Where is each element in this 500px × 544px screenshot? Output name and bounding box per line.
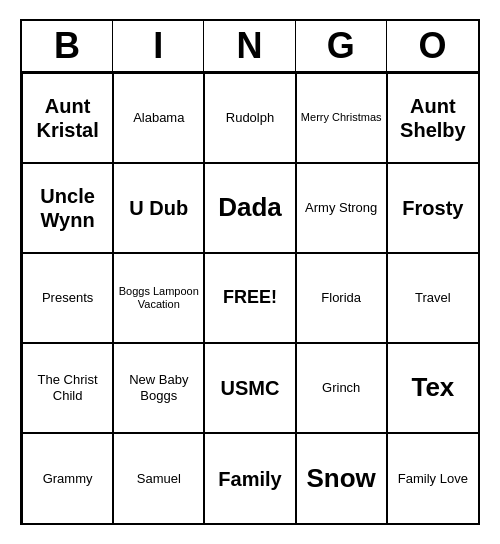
cell-7: Dada	[204, 163, 295, 253]
header-b: B	[22, 21, 113, 71]
cell-22: Family	[204, 433, 295, 523]
cell-20: Grammy	[22, 433, 113, 523]
header-o: O	[387, 21, 478, 71]
cell-3: Merry Christmas	[296, 73, 387, 163]
cell-23: Snow	[296, 433, 387, 523]
cell-24: Family Love	[387, 433, 478, 523]
cell-21: Samuel	[113, 433, 204, 523]
cell-17: USMC	[204, 343, 295, 433]
header-i: I	[113, 21, 204, 71]
cell-11: Boggs Lampoon Vacation	[113, 253, 204, 343]
bingo-grid: Aunt Kristal Alabama Rudolph Merry Chris…	[22, 73, 478, 523]
bingo-header: B I N G O	[22, 21, 478, 73]
header-n: N	[204, 21, 295, 71]
cell-1: Alabama	[113, 73, 204, 163]
header-g: G	[296, 21, 387, 71]
cell-13: Florida	[296, 253, 387, 343]
cell-19: Tex	[387, 343, 478, 433]
cell-6: U Dub	[113, 163, 204, 253]
cell-0: Aunt Kristal	[22, 73, 113, 163]
cell-9: Frosty	[387, 163, 478, 253]
cell-16: New Baby Boggs	[113, 343, 204, 433]
cell-4: Aunt Shelby	[387, 73, 478, 163]
cell-5: Uncle Wynn	[22, 163, 113, 253]
cell-18: Grinch	[296, 343, 387, 433]
bingo-card: B I N G O Aunt Kristal Alabama Rudolph M…	[20, 19, 480, 525]
cell-14: Travel	[387, 253, 478, 343]
cell-8: Army Strong	[296, 163, 387, 253]
cell-10: Presents	[22, 253, 113, 343]
cell-15: The Christ Child	[22, 343, 113, 433]
cell-2: Rudolph	[204, 73, 295, 163]
cell-12: FREE!	[204, 253, 295, 343]
